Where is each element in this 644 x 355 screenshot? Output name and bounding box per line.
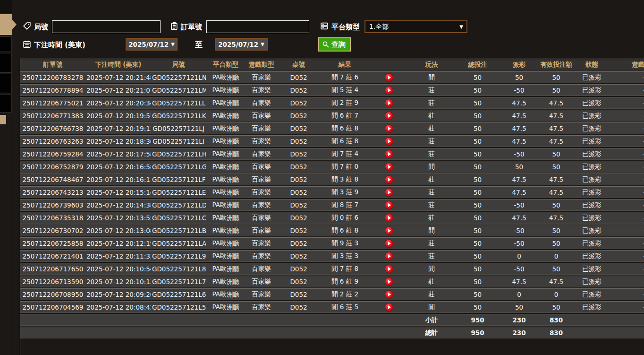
platform-cell: PA歐洲廳 <box>206 225 246 236</box>
play-video-button[interactable] <box>385 124 393 133</box>
play-video-button[interactable] <box>385 265 393 273</box>
table-no-cell: D052 <box>277 212 320 224</box>
bet-time-cell: 2025-07-12 20:15:14 <box>85 186 151 198</box>
bet-records-table-container: 訂單號 下注時間 (美東) 局號 平台類型 遊戲類型 桌號 結果 玩法 總投注 … <box>20 58 644 355</box>
table-row: 250712206775021 2025-07-12 20:20:34 GD05… <box>20 97 644 109</box>
valid-bet-cell: 50 <box>538 71 575 83</box>
play-video-button[interactable] <box>385 214 393 222</box>
play-video-button[interactable] <box>385 188 393 197</box>
play-video-button[interactable] <box>385 163 393 171</box>
play-video-button[interactable] <box>385 252 393 260</box>
video-cell <box>370 97 408 109</box>
play-icon <box>388 293 391 296</box>
table-row: 250712206783278 2025-07-12 20:21:48 GD05… <box>20 71 644 83</box>
bet-time-cell: 2025-07-12 20:16:11 <box>85 173 151 185</box>
round-number-cell: GD052257121LH <box>151 148 206 160</box>
play-video-button[interactable] <box>385 99 393 107</box>
play-video-button[interactable] <box>385 239 393 248</box>
play-video-button[interactable] <box>385 137 393 146</box>
total-bet-cell: 50 <box>455 250 500 262</box>
play-icon <box>388 229 391 233</box>
valid-bet-cell: 50 <box>538 148 575 160</box>
platform-type-select[interactable]: 1.全部 ▼ <box>364 20 467 33</box>
sidebar-item-selected[interactable] <box>0 14 12 35</box>
bet-time-cell: 2025-07-12 20:17:58 <box>85 148 151 160</box>
status-cell: 已派彩 <box>575 71 609 83</box>
play-video-button[interactable] <box>385 277 393 286</box>
total-row: 總計 950 230 830 <box>20 327 644 338</box>
total-bet-cell: 50 <box>455 186 500 198</box>
play-video-button[interactable] <box>385 175 393 184</box>
valid-bet-cell: 50 <box>538 301 575 313</box>
sidebar-item[interactable] <box>0 74 12 93</box>
status-cell: 已派彩 <box>575 148 609 160</box>
tag-icon <box>23 22 31 30</box>
platform-cell: PA歐洲廳 <box>206 186 246 198</box>
bet-time-cell: 2025-07-12 20:12:19 <box>85 237 151 249</box>
date-to-select[interactable]: 2025/07/12 ▼ <box>215 38 268 51</box>
play-type-cell: 莊 <box>408 199 455 211</box>
result-cell: 閒 2 莊 2 <box>320 288 370 300</box>
play-video-button[interactable] <box>385 73 393 82</box>
game-type-cell: 百家樂 <box>246 186 277 198</box>
payout-cell: 50 <box>500 161 538 173</box>
col-header-result: 結果 <box>320 59 370 70</box>
video-cell <box>370 225 408 236</box>
sidebar-top-strip <box>0 0 12 13</box>
play-video-button[interactable] <box>385 303 393 312</box>
game-mode-cell: - <box>609 212 644 224</box>
sidebar-item[interactable] <box>0 94 12 113</box>
round-number-input[interactable] <box>52 20 161 33</box>
play-icon <box>388 216 391 220</box>
play-video-button[interactable] <box>385 290 393 299</box>
play-video-button[interactable] <box>385 201 393 209</box>
valid-bet-cell: 50 <box>538 84 575 96</box>
platform-cell: PA歐洲廳 <box>206 237 246 249</box>
game-type-cell: 百家樂 <box>246 225 277 236</box>
sidebar-item[interactable] <box>0 36 12 52</box>
subtotal-bet: 950 <box>455 314 500 326</box>
total-bet-cell: 50 <box>455 122 500 134</box>
order-number-cell: 250712206717650 <box>20 263 85 275</box>
table-row: 250712206743213 2025-07-12 20:15:14 GD05… <box>20 186 644 198</box>
result-cell: 閒 6 莊 8 <box>320 122 370 134</box>
video-cell <box>370 186 408 198</box>
play-video-button[interactable] <box>385 112 393 120</box>
valid-bet-cell: 47.5 <box>538 186 575 198</box>
order-number-input[interactable] <box>206 20 309 33</box>
video-cell <box>370 148 408 160</box>
play-video-button[interactable] <box>385 226 393 235</box>
status-cell: 已派彩 <box>575 212 609 224</box>
bet-time-cell: 2025-07-12 20:20:34 <box>85 97 151 109</box>
game-type-cell: 百家樂 <box>246 263 277 275</box>
round-number-cell: GD052257121L8 <box>151 263 206 275</box>
payout-cell: 0 <box>500 250 538 262</box>
result-cell: 閒 6 莊 7 <box>320 110 370 121</box>
game-type-cell: 百家樂 <box>246 110 277 121</box>
round-number-cell: GD052257121LL <box>151 97 206 109</box>
game-type-cell: 百家樂 <box>246 250 277 262</box>
order-number-cell: 250712206713590 <box>20 276 85 287</box>
platform-cell: PA歐洲廳 <box>206 301 246 313</box>
sidebar-item[interactable] <box>0 53 12 73</box>
subtotal-label: 小計 <box>408 314 455 326</box>
platform-cell: PA歐洲廳 <box>206 212 246 224</box>
table-row: 250712206759284 2025-07-12 20:17:58 GD05… <box>20 148 644 160</box>
search-button[interactable]: 查詢 <box>318 37 351 52</box>
play-icon <box>388 101 391 105</box>
play-video-button[interactable] <box>385 86 393 95</box>
date-from-select[interactable]: 2025/07/12 ▼ <box>126 38 178 51</box>
table-no-cell: D052 <box>277 225 320 236</box>
table-no-cell: D052 <box>277 173 320 185</box>
total-bet-cell: 50 <box>455 212 500 224</box>
sidebar-item-partial[interactable] <box>0 115 6 124</box>
play-type-cell: 閒 <box>408 161 455 173</box>
round-number-cell: GD052257121LE <box>151 186 206 198</box>
status-cell: 已派彩 <box>575 301 609 313</box>
table-row: 250712206748467 2025-07-12 20:16:11 GD05… <box>20 173 644 185</box>
table-no-cell: D052 <box>277 237 320 249</box>
play-video-button[interactable] <box>385 150 393 158</box>
col-header-table-no: 桌號 <box>277 59 320 70</box>
play-icon <box>388 165 391 169</box>
payout-cell: 47.5 <box>500 186 538 198</box>
